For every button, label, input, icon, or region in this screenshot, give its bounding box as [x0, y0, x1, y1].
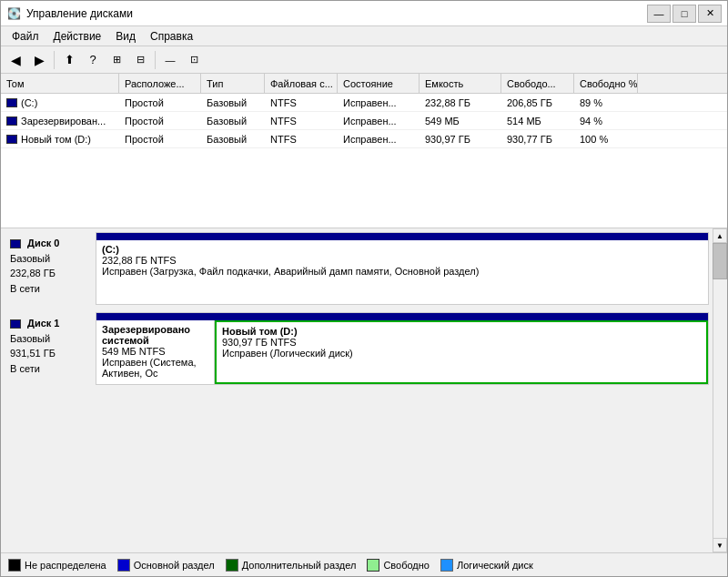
header-layout[interactable]: Расположе... — [119, 74, 201, 93]
list-row[interactable]: Зарезервирован... Простой Базовый NTFS И… — [1, 112, 727, 130]
menu-view[interactable]: Вид — [108, 28, 143, 44]
list-body: (C:) Простой Базовый NTFS Исправен... 23… — [1, 94, 727, 228]
disk-strip-icon — [6, 116, 17, 126]
toolbar-btn4[interactable]: ⊟ — [129, 49, 151, 71]
disk-strip-icon — [6, 135, 17, 144]
part-size-reserved: 549 МБ NTFS — [102, 346, 208, 357]
header-volume[interactable]: Том — [1, 74, 119, 93]
disk-partitions-1: Зарезервировано системой 549 МБ NTFS Исп… — [96, 312, 709, 385]
disk-part-d[interactable]: Новый том (D:) 930,97 ГБ NTFS Исправен (… — [215, 320, 708, 384]
menu-file[interactable]: Файл — [5, 28, 46, 44]
legend-box-unallocated — [8, 559, 21, 572]
scrollbar-up-button[interactable]: ▲ — [713, 228, 727, 243]
app-icon: 💽 — [6, 6, 21, 21]
disk-type-1: Базовый — [10, 331, 90, 347]
legend-free: Свободно — [367, 559, 430, 572]
toolbar-back[interactable]: ◀ — [5, 49, 26, 71]
disk-part-reserved[interactable]: Зарезервировано системой 549 МБ NTFS Исп… — [96, 320, 215, 384]
part-name-c: (C:) — [102, 244, 703, 255]
legend-label-primary: Основной раздел — [134, 560, 215, 571]
disk-size-0: 232,88 ГБ — [10, 266, 90, 281]
legend-primary: Основной раздел — [117, 559, 215, 572]
disk-type-0: Базовый — [10, 251, 90, 267]
cell-layout-0: Простой — [119, 94, 201, 111]
disk-part-c[interactable]: (C:) 232,88 ГБ NTFS Исправен (Загрузка, … — [96, 240, 708, 304]
header-fs[interactable]: Файловая с... — [265, 74, 338, 93]
header-type[interactable]: Тип — [201, 74, 265, 93]
cell-type-1: Базовый — [201, 112, 265, 129]
scrollbar-down-button[interactable]: ▼ — [713, 538, 727, 552]
list-row[interactable]: Новый том (D:) Простой Базовый NTFS Испр… — [1, 130, 727, 148]
toolbar-btn6[interactable]: ⊡ — [183, 49, 205, 71]
cell-fs-1: NTFS — [265, 112, 338, 129]
cell-fs-0: NTFS — [265, 94, 338, 111]
disk-row-0: Диск 0 Базовый 232,88 ГБ В сети (C:) 232… — [5, 232, 709, 305]
cell-free-0: 206,85 ГБ — [501, 94, 574, 111]
maximize-button[interactable]: □ — [672, 5, 696, 23]
toolbar-help[interactable]: ? — [82, 49, 104, 71]
disk-info-0: Диск 0 Базовый 232,88 ГБ В сети — [5, 232, 96, 305]
disk-view: Диск 0 Базовый 232,88 ГБ В сети (C:) 232… — [1, 228, 727, 552]
cell-capacity-2: 930,97 ГБ — [420, 130, 501, 147]
list-row[interactable]: (C:) Простой Базовый NTFS Исправен... 23… — [1, 94, 727, 112]
disk-parts-row-1: Зарезервировано системой 549 МБ NTFS Исп… — [96, 320, 708, 384]
cell-layout-1: Простой — [119, 112, 201, 129]
title-bar-left: 💽 Управление дисками — [6, 6, 133, 21]
legend-label-logical: Логический диск — [457, 560, 533, 571]
cell-volume-0: (C:) — [1, 94, 119, 111]
header-free[interactable]: Свободо... — [501, 74, 574, 93]
toolbar-btn3[interactable]: ⊞ — [106, 49, 127, 71]
cell-status-2: Исправен... — [338, 130, 420, 147]
disk-strip-icon — [10, 319, 21, 329]
close-button[interactable]: ✕ — [698, 5, 722, 23]
title-bar: 💽 Управление дисками — □ ✕ — [1, 1, 727, 26]
disk-status-0: В сети — [10, 281, 90, 297]
header-status[interactable]: Состояние — [338, 74, 420, 93]
cell-status-1: Исправен... — [338, 112, 420, 129]
legend-box-free — [367, 559, 379, 572]
disk-bar-1 — [96, 313, 708, 320]
cell-freepct-0: 89 % — [574, 94, 638, 111]
disk-view-inner: Диск 0 Базовый 232,88 ГБ В сети (C:) 232… — [1, 228, 727, 552]
cell-free-2: 930,77 ГБ — [501, 130, 574, 147]
header-capacity[interactable]: Емкость — [420, 74, 501, 93]
legend-box-extended — [226, 559, 238, 572]
main-window: 💽 Управление дисками — □ ✕ Файл Действие… — [0, 0, 728, 577]
legend-unallocated: Не распределена — [8, 559, 106, 572]
minimize-button[interactable]: — — [647, 5, 671, 23]
window-controls: — □ ✕ — [647, 5, 722, 23]
cell-free-1: 514 МБ — [501, 112, 574, 129]
legend-extended: Дополнительный раздел — [226, 559, 357, 572]
part-size-c: 232,88 ГБ NTFS — [102, 255, 703, 266]
cell-volume-2: Новый том (D:) — [1, 130, 119, 147]
legend-bar: Не распределена Основной раздел Дополнит… — [1, 552, 727, 576]
part-name-d: Новый том (D:) — [222, 326, 701, 337]
disk-info-1: Диск 1 Базовый 931,51 ГБ В сети — [5, 312, 96, 385]
cell-type-2: Базовый — [201, 130, 265, 147]
disk-parts-row-0: (C:) 232,88 ГБ NTFS Исправен (Загрузка, … — [96, 240, 708, 304]
cell-capacity-1: 549 МБ — [420, 112, 501, 129]
legend-box-logical — [440, 559, 453, 572]
cell-freepct-2: 100 % — [574, 130, 638, 147]
window-title: Управление дисками — [26, 7, 133, 20]
disk-bar-0 — [96, 233, 708, 240]
content-area: Том Расположе... Тип Файловая с... Состо… — [1, 74, 727, 576]
menu-help[interactable]: Справка — [143, 28, 200, 44]
part-size-d: 930,97 ГБ NTFS — [222, 337, 701, 348]
disk-name-0: Диск 0 — [10, 236, 90, 251]
scrollbar-thumb[interactable] — [713, 243, 727, 279]
list-header: Том Расположе... Тип Файловая с... Состо… — [1, 74, 727, 94]
cell-volume-1: Зарезервирован... — [1, 112, 119, 129]
toolbar-forward[interactable]: ▶ — [28, 49, 50, 71]
cell-capacity-0: 232,88 ГБ — [420, 94, 501, 111]
toolbar-up[interactable]: ⬆ — [58, 49, 80, 71]
header-freepct[interactable]: Свободно % — [574, 74, 638, 93]
toolbar-btn5[interactable]: — — [159, 49, 181, 71]
part-status-d: Исправен (Логический диск) — [222, 348, 701, 359]
legend-label-extended: Дополнительный раздел — [242, 560, 357, 571]
menu-action[interactable]: Действие — [46, 28, 109, 44]
legend-label-free: Свободно — [383, 560, 430, 571]
menu-bar: Файл Действие Вид Справка — [1, 26, 727, 46]
cell-fs-2: NTFS — [265, 130, 338, 147]
legend-logical: Логический диск — [440, 559, 533, 572]
